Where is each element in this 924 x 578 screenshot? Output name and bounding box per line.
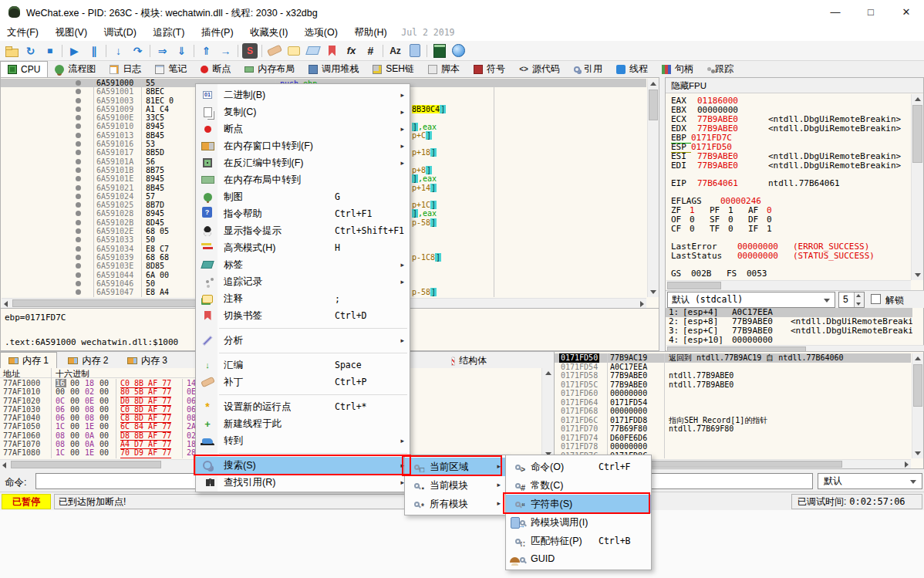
toolbar-button[interactable]: fx xyxy=(342,42,361,59)
stack-row[interactable]: 0171FD68 00000000 xyxy=(555,407,911,416)
view-tab[interactable]: 流程图 xyxy=(48,61,103,77)
toolbar-button[interactable]: ▶ xyxy=(65,42,84,59)
cpu-flag[interactable]: CF0 xyxy=(671,225,710,234)
breakpoint-dot[interactable] xyxy=(76,237,81,242)
menubar-item[interactable]: 视图(V) xyxy=(48,25,94,39)
panel-splitter[interactable] xyxy=(659,77,665,351)
disasm-vertical-scrollbar[interactable] xyxy=(647,79,659,297)
submenu-item[interactable]: :: 匹配特征(P) Ctrl+B xyxy=(506,532,651,550)
menu-item[interactable]: 高亮模式(H) H xyxy=(196,239,410,256)
stack-panel[interactable]: 0171FD50 77B9AC19 返回到 ntdll.77B9AC19 自 n… xyxy=(554,351,924,469)
toolbar-button[interactable]: ↻ xyxy=(21,42,40,59)
view-tab[interactable]: 线程 xyxy=(609,61,655,77)
view-tab[interactable]: CPU xyxy=(0,61,48,77)
struct-tab[interactable]: 结构体 xyxy=(443,353,494,369)
menu-item[interactable]: 转到 ▸ xyxy=(196,432,410,449)
submenu-item[interactable]: → 跨模块调用(I) xyxy=(506,513,651,532)
stack-vertical-scrollbar[interactable] xyxy=(912,353,923,458)
view-tab[interactable]: 句柄 xyxy=(655,61,700,77)
menu-item[interactable]: 在内存布局中转到 xyxy=(196,171,410,188)
toolbar-button[interactable] xyxy=(424,42,430,59)
menu-item[interactable] xyxy=(196,324,410,332)
toolbar-button[interactable] xyxy=(449,42,468,59)
toolbar-button[interactable] xyxy=(59,42,65,59)
command-combo[interactable]: 默认 xyxy=(818,473,922,489)
breakpoint-dot[interactable] xyxy=(76,255,81,260)
maximize-button[interactable]: □ xyxy=(853,0,889,25)
breakpoint-dot[interactable] xyxy=(76,246,81,252)
stack-row[interactable]: 0171FD54 A0C17EEA xyxy=(555,363,911,372)
hide-fpu-button[interactable]: 隐藏FPU xyxy=(666,78,923,93)
toolbar-button[interactable] xyxy=(191,42,197,59)
breakpoint-dot[interactable] xyxy=(76,167,81,173)
stack-row[interactable]: 0171FD60 00000000 xyxy=(555,389,911,398)
argument-count-spinner[interactable]: 5 xyxy=(838,292,865,308)
breakpoint-dot[interactable] xyxy=(76,185,81,191)
view-tab[interactable]: 符号 xyxy=(467,61,512,77)
toolbar-button[interactable] xyxy=(265,42,284,59)
view-tab[interactable]: 日志 xyxy=(103,61,148,77)
toolbar-button[interactable]: S xyxy=(242,43,258,59)
toolbar-button[interactable]: ⇑ xyxy=(197,42,216,59)
menu-item[interactable]: ↓ 汇编 Space xyxy=(196,357,410,374)
stack-row[interactable]: 0171FD50 77B9AC19 返回到 ntdll.77B9AC19 自 n… xyxy=(555,353,911,363)
menu-item[interactable]: 显示指令提示 Ctrl+Shift+F1 xyxy=(196,222,410,239)
toolbar-button[interactable]: ⇒ xyxy=(153,42,172,59)
menubar-item[interactable]: 文件(F) xyxy=(0,25,46,39)
view-tab[interactable]: <> 源代码 xyxy=(512,61,567,77)
toolbar-button[interactable]: → xyxy=(216,42,235,59)
view-tab[interactable]: 引用 xyxy=(567,61,609,77)
toolbar-button[interactable] xyxy=(235,42,241,59)
menubar-item[interactable]: 调试(D) xyxy=(97,25,143,39)
breakpoint-dot[interactable] xyxy=(76,89,81,94)
stack-row[interactable]: 0171FD70 77B69F80 ntdll.77B69F80 xyxy=(555,424,911,434)
breakpoint-dot[interactable] xyxy=(76,133,81,138)
breakpoint-dot[interactable] xyxy=(76,106,81,112)
toolbar-button[interactable] xyxy=(405,42,424,59)
calling-convention-combo[interactable]: 默认 (stdcall) xyxy=(667,292,835,308)
view-tab[interactable]: 跟踪 xyxy=(700,61,740,77)
breakpoint-dot[interactable] xyxy=(76,202,81,208)
stack-row[interactable]: 0171FD64 0171FD54 xyxy=(555,398,911,407)
menu-item[interactable]: 01 二进制(B) ▸ xyxy=(196,86,410,103)
registers-panel[interactable]: 隐藏FPU EAX01186000 EBX00000000 ECX77B9ABE… xyxy=(665,77,924,351)
toolbar-button[interactable] xyxy=(430,42,449,59)
menu-item[interactable]: 断点 ▸ xyxy=(196,120,410,137)
breakpoint-dot[interactable] xyxy=(76,80,81,86)
toolbar-button[interactable]: ↷ xyxy=(128,42,147,59)
submenu-item[interactable]: GUID xyxy=(506,550,651,569)
submenu-item[interactable]: * 所有模块 ▸ xyxy=(405,495,506,513)
breakpoint-dot[interactable] xyxy=(76,176,81,181)
breakpoint-dot[interactable] xyxy=(76,289,81,295)
menu-item[interactable]: 标签 ▸ xyxy=(196,256,410,273)
menu-item[interactable] xyxy=(196,349,410,357)
register-row[interactable]: EDI77B9ABE0<ntdll.DbgUiRemoteBreakin> xyxy=(671,161,911,171)
registers-horizontal-scrollbar[interactable] xyxy=(666,280,911,290)
menu-item[interactable]: ? 指令帮助 Ctrl+F1 xyxy=(196,205,410,222)
minimize-button[interactable]: — xyxy=(818,0,853,25)
memory-dump-tab[interactable]: 内存 2 xyxy=(60,353,116,369)
stack-row[interactable]: 0171FD78 00000000 xyxy=(555,442,911,451)
cpu-flag[interactable]: TF0 xyxy=(710,225,748,234)
toolbar-button[interactable]: # xyxy=(361,42,380,59)
stack-row[interactable]: 0171FD6C 0171FDD8 指向SEH_Record[1]的指针 xyxy=(555,416,911,425)
stack-row[interactable]: 0171FD5C 77B9ABE0 ntdll.77B9ABE0 xyxy=(555,380,911,390)
menu-item[interactable]: + 新建线程于此 xyxy=(196,415,410,432)
struct-vertical-scrollbar[interactable] xyxy=(541,368,554,459)
menu-item[interactable] xyxy=(196,390,410,398)
toolbar-button[interactable]: ↓ xyxy=(109,42,128,59)
registers-vertical-scrollbar[interactable] xyxy=(911,94,923,280)
view-tab[interactable]: 调用堆栈 xyxy=(302,61,366,77)
register-row[interactable]: EIP77B64061ntdll.77B64061 xyxy=(671,179,911,188)
menu-item[interactable]: 补丁 Ctrl+P xyxy=(196,374,410,390)
cpu-flag[interactable]: IF1 xyxy=(748,225,787,234)
toolbar-button[interactable] xyxy=(103,42,109,59)
toolbar-button[interactable]: Az xyxy=(386,42,405,59)
breakpoint-dot[interactable] xyxy=(76,228,81,234)
memory-dump-tab[interactable]: 内存 3 xyxy=(120,353,175,369)
view-tab[interactable]: 笔记 xyxy=(148,61,194,77)
menubar-item[interactable]: 收藏夹(I) xyxy=(243,25,295,39)
menu-item[interactable]: 制图 G xyxy=(196,188,410,205)
view-tab[interactable]: 内存布局 xyxy=(238,61,302,77)
view-tab[interactable]: SEH链 xyxy=(366,61,421,77)
